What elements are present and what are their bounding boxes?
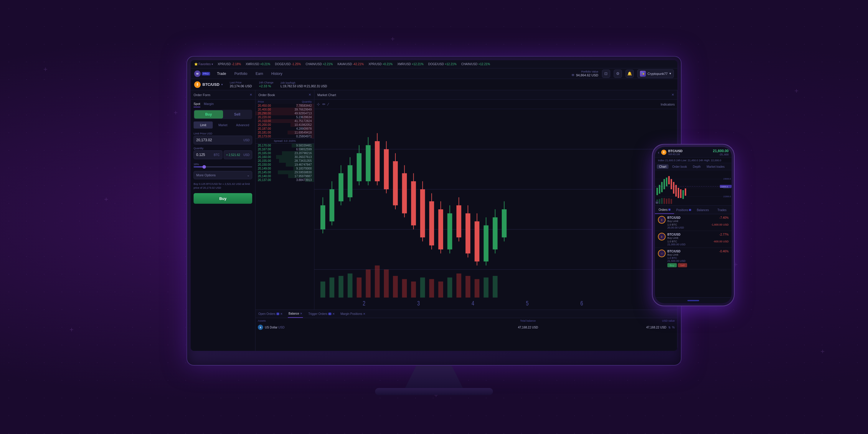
order-type-tabs: Limit Market Advanced — [193, 121, 252, 128]
phone-sell-btn[interactable]: Sell — [678, 263, 687, 267]
margin-positions-close[interactable]: ✕ — [363, 312, 365, 316]
monitor-icon-btn[interactable]: ⊡ — [602, 69, 610, 78]
slider-thumb[interactable] — [203, 165, 206, 169]
eye-icon[interactable]: 👁 — [571, 73, 575, 77]
order-book-close[interactable]: ✕ — [309, 93, 311, 97]
order-form-panel: Order Form ✕ Spot Margin Buy Sell Limi — [191, 90, 255, 351]
logo: M PRO — [194, 70, 210, 77]
svg-rect-51 — [366, 269, 370, 297]
order-form-header: Order Form ✕ — [191, 90, 255, 100]
phone-header: ‹ ₿ BTC/USD Vol:43.1M 21,600.00 -25,.600 — [655, 147, 732, 158]
phone-positions-tab[interactable]: Positions 2 — [674, 206, 693, 214]
svg-rect-60 — [447, 278, 452, 297]
cursor-tool[interactable]: ⊹ — [317, 102, 320, 107]
user-menu-btn[interactable]: 🎭 Cryptopunk77 ▾ — [637, 69, 674, 78]
svg-rect-58 — [429, 279, 434, 298]
buy-button[interactable]: Buy — [193, 193, 252, 204]
amount-slider[interactable]: 18% — [193, 163, 252, 168]
balance-content: Assets Total balance USD value $ US Doll… — [255, 318, 677, 351]
svg-rect-84 — [671, 179, 672, 189]
order-summary: Buy 0.125 BTC/USD for = 2,521.62 USD at … — [193, 182, 252, 190]
phone-order-3-icon: ☆ — [658, 250, 665, 257]
phone-ui: ‹ ₿ BTC/USD Vol:43.1M 21,600.00 -25,.600… — [655, 147, 732, 303]
phone-stats-bar: Index 21,600.5 24h Low: 21,450.0 24h Hig… — [655, 158, 732, 163]
nav-history[interactable]: History — [270, 71, 283, 76]
more-options-button[interactable]: More Options ⌄ — [193, 171, 252, 179]
phone-trades-tab[interactable]: Trades — [712, 206, 732, 214]
ob-ask-5: 20,310.0041.75172824 — [255, 119, 314, 123]
phone-chart-tab[interactable]: Chart — [657, 165, 669, 169]
chart-close[interactable]: ✕ — [672, 93, 674, 97]
nav-trade[interactable]: Trade — [216, 71, 227, 76]
margin-tab[interactable]: Margin — [204, 102, 214, 107]
pair-selector[interactable]: ₿ BTC/USD ▾ — [194, 81, 223, 88]
ticker-doge-1: DOGE/USD -1.25% — [275, 62, 301, 66]
svg-rect-89 — [682, 190, 684, 199]
middle-panels: Order Book ✕ Price Quantity — [255, 90, 677, 351]
phone-buy-btn[interactable]: Buy — [668, 263, 677, 267]
phone-back-button[interactable]: ‹ — [658, 150, 659, 154]
quantity-input[interactable]: 0.125 BTC — [193, 150, 222, 159]
phone-orderbook-tab[interactable]: Order book — [670, 165, 689, 169]
ticker-kava: KAVA/USD -42.21% — [337, 62, 364, 66]
balance-close[interactable]: ✕ — [300, 312, 302, 315]
quantity-field: Quantity 0.125 BTC + 2,521.62 USD — [193, 147, 252, 159]
nav-earn[interactable]: Earn — [254, 71, 264, 76]
order-form-close[interactable]: ✕ — [250, 93, 252, 97]
buy-tab[interactable]: Buy — [194, 110, 223, 118]
advanced-tab[interactable]: Advanced — [233, 121, 252, 128]
svg-text:6: 6 — [581, 300, 583, 307]
svg-rect-46 — [320, 282, 325, 297]
margin-positions-tab[interactable]: Margin Positions ✕ — [340, 310, 366, 318]
scene: ⭐ Favorites ▾ XPR/USD -2.18% XMR/USD +0.… — [81, 25, 787, 409]
trigger-orders-tab[interactable]: Trigger Orders 0 ✕ — [308, 310, 335, 318]
line-tool[interactable]: ∕ — [328, 102, 329, 107]
open-orders-close[interactable]: ✕ — [280, 312, 283, 316]
indicators-button[interactable]: Indicators — [660, 103, 675, 106]
svg-text:4: 4 — [471, 300, 474, 307]
phone-market-trades-tab[interactable]: Market trades — [704, 165, 727, 169]
phone-orders-tab[interactable]: Orders 3 — [655, 206, 674, 214]
balance-row-usd: $ US Dollar USD 47,168.22 USD 47,168.22 … — [255, 323, 677, 331]
pen-tool[interactable]: ✏ — [322, 102, 326, 107]
phone-home-indicator — [687, 300, 699, 301]
svg-rect-65 — [493, 276, 497, 297]
ob-bid-2: 20,167.006.59652599 — [255, 147, 314, 151]
phone-depth-tab[interactable]: Depth — [690, 165, 703, 169]
chart-panel: Market Chart ✕ ⊹ ✏ ∕ Indicators — [314, 90, 677, 310]
phone-order-2-icon: ₿ — [658, 233, 665, 240]
usd-icon: $ — [258, 325, 263, 330]
favorites-button[interactable]: ⭐ Favorites ▾ — [194, 62, 213, 66]
svg-rect-78 — [656, 188, 658, 195]
chart-toolbar: ⊹ ✏ ∕ Indicators — [314, 100, 677, 109]
svg-rect-57 — [420, 278, 425, 297]
ob-spread: Spread: 3.0 .015% — [255, 138, 314, 144]
sort-icon: ⇅ — [668, 326, 671, 329]
notifications-icon-btn[interactable]: 🔔 — [625, 69, 634, 78]
ob-bid-8: 20,145.0029.59558830 — [255, 170, 314, 174]
svg-text:22000.0: 22000.0 — [723, 186, 731, 189]
total-input[interactable]: + 2,521.62 USD — [224, 150, 252, 159]
sell-tab[interactable]: Sell — [223, 110, 252, 118]
balance-tab[interactable]: Balance ✕ — [288, 310, 303, 318]
ticker-chain-1: CHAIN/USD +2.21% — [306, 62, 333, 66]
svg-text:5: 5 — [526, 300, 529, 307]
svg-text:3: 3 — [417, 300, 420, 307]
user-avatar: 🎭 — [640, 71, 646, 77]
phone-balances-tab[interactable]: Balances — [693, 206, 712, 214]
trigger-orders-close[interactable]: ✕ — [332, 312, 335, 316]
market-tab[interactable]: Market — [213, 121, 232, 128]
limit-tab[interactable]: Limit — [193, 121, 213, 128]
limit-price-input[interactable]: 20,173.02 USD — [193, 136, 252, 144]
svg-rect-99 — [668, 198, 670, 204]
open-orders-tab[interactable]: Open Orders 3 ✕ — [258, 310, 283, 318]
settings-icon-btn[interactable]: ⚙ — [614, 69, 622, 78]
chart-header: Market Chart ✕ — [314, 90, 677, 100]
ticker-chain-2: CHAIN/USD +12.21% — [461, 62, 490, 66]
spot-tab[interactable]: Spot — [193, 102, 200, 107]
nav-portfolio[interactable]: Portfolio — [233, 71, 248, 76]
svg-rect-59 — [438, 282, 443, 297]
svg-rect-82 — [666, 177, 668, 186]
phone-mockup: ‹ ₿ BTC/USD Vol:43.1M 21,600.00 -25,.600… — [652, 144, 735, 306]
svg-text:21500.0: 21500.0 — [723, 196, 731, 198]
